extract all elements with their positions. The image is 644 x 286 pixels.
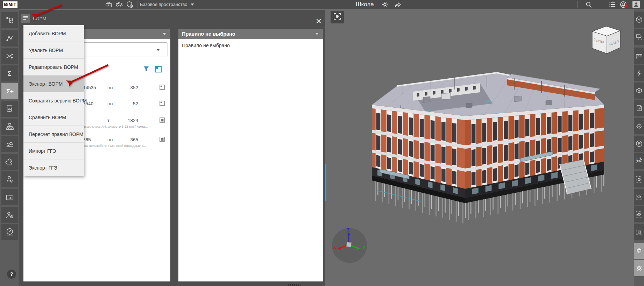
sidebar-item-sigma[interactable]: Σ [1, 65, 18, 81]
cube-solid-icon [635, 247, 643, 255]
menu-item-8[interactable]: Импорт ГГЭ [23, 143, 84, 159]
sidebar-item-visible[interactable] [634, 189, 644, 205]
sidebar-item-cube-solid[interactable] [634, 243, 644, 259]
row-count: 352 [121, 85, 138, 90]
svg-text:2D: 2D [8, 107, 12, 110]
svg-text:2: 2 [639, 157, 641, 159]
menu-item-4[interactable]: Экспорт ВОРМ [23, 76, 84, 92]
avatar[interactable] [632, 1, 640, 8]
filter-icon[interactable] [142, 65, 151, 71]
sidebar-item-user-check[interactable] [1, 171, 18, 187]
row-note: го каркаса железобетонных: свай площадью… [72, 144, 163, 148]
sidebar-item-hierarchy[interactable] [1, 12, 18, 28]
sidebar-item-ruler[interactable] [634, 48, 644, 64]
capture-frame-icon [333, 12, 342, 22]
rule-panel-placeholder: Правило не выбрано [182, 43, 230, 48]
sidebar-item-locate[interactable] [634, 118, 644, 134]
sidebar-item-nodes[interactable] [1, 30, 18, 47]
svg-text:1: 1 [636, 158, 637, 160]
chevron-down-icon[interactable] [191, 3, 194, 6]
ruler-icon [635, 52, 643, 59]
worm-menu-button[interactable] [21, 14, 30, 23]
share-icon[interactable] [394, 1, 402, 8]
folder-share-icon [5, 193, 14, 202]
row-unit: шт [107, 137, 113, 142]
row-marker-icon[interactable] [159, 84, 165, 91]
viewport-capture-button[interactable] [331, 11, 344, 23]
sidebar-item-flash[interactable] [634, 65, 644, 81]
rule-panel-header[interactable]: Правило не выбрано [178, 29, 323, 39]
user-check-icon [5, 175, 14, 184]
top-bar: BiMiT Базовое пространство Школа [0, 0, 644, 9]
region-select-icon[interactable] [154, 65, 163, 71]
sheet-icon [635, 104, 643, 112]
puzzle-icon [5, 157, 14, 166]
row-unit: т [107, 118, 109, 123]
row-marker-icon[interactable] [159, 136, 165, 143]
sidebar-item-folder-share[interactable] [1, 189, 18, 205]
sidebar-item-capture-object[interactable] [634, 29, 644, 45]
help-button[interactable]: ? [7, 270, 16, 279]
menu-item-2[interactable]: Удалить ВОРМ [23, 42, 84, 59]
sidebar-item-sigma-plus[interactable]: Σ+ [1, 83, 18, 99]
row-value: 365 [83, 137, 91, 142]
search-icon[interactable] [585, 1, 593, 8]
2d-icon: 2D [5, 104, 14, 113]
briefcase-icon[interactable] [105, 1, 113, 8]
sidebar-item-chart[interactable] [1, 136, 18, 152]
menu-item-1[interactable]: Добавить ВОРМ [23, 25, 84, 42]
sidebar-item-orbit[interactable] [634, 260, 644, 276]
sidebar-item-nature[interactable] [634, 12, 644, 28]
orbit-icon [635, 264, 643, 272]
menu-item-3[interactable]: Редактировать ВОРМ [23, 59, 84, 76]
user-pin-icon [5, 210, 14, 220]
menu-item-7[interactable]: Пересчет правил ВОРМ [23, 126, 84, 143]
gear-icon[interactable] [381, 1, 389, 8]
row-count: 52 [121, 101, 138, 106]
row-value: 14535 [83, 85, 96, 90]
menu-item-6[interactable]: Сравнить ВОРМ [23, 109, 84, 126]
sidebar-item-shuffle[interactable] [1, 48, 18, 64]
row-marker-icon[interactable] [159, 117, 165, 123]
sidebar-item-section-box[interactable] [634, 83, 644, 99]
viewport-3d[interactable] [325, 9, 634, 286]
sidebar-item-grid-axes[interactable]: 12 [634, 153, 644, 169]
team-icon[interactable] [115, 1, 123, 8]
shield-clock-icon[interactable] [126, 1, 134, 8]
row-unit: шт [107, 85, 113, 90]
sigma-icon: Σ [5, 69, 14, 78]
nav-cube[interactable]: Слева Сзади [592, 26, 620, 53]
sidebar-item-user-pin[interactable] [1, 207, 18, 223]
notification-badge [625, 4, 628, 7]
list-icon[interactable] [608, 1, 616, 8]
capture-object-icon [635, 33, 643, 41]
section-box-icon [635, 87, 643, 94]
sidebar-item-sheet[interactable] [634, 100, 644, 116]
workspace-selector[interactable]: Базовое пространство [140, 2, 187, 7]
rule-panel: Правило не выбрано Правило не выбрано [178, 29, 323, 281]
sidebar-item-flag[interactable] [634, 136, 644, 152]
sidebar-item-cube-dashed[interactable] [634, 171, 644, 187]
divider [577, 1, 578, 8]
sidebar-item-deselect[interactable] [634, 224, 644, 240]
row-unit: шт [107, 101, 113, 106]
scrollbar-thumb[interactable] [325, 164, 326, 201]
menu-item-5[interactable]: Сохранить версию ВОРМ [23, 92, 84, 109]
sidebar-item-org-chart[interactable] [1, 119, 18, 135]
sidebar-item-hidden[interactable] [634, 206, 644, 222]
row-marker-icon[interactable] [159, 100, 165, 107]
chart-icon [5, 140, 14, 149]
close-icon[interactable]: ✕ [315, 17, 323, 25]
sidebar-item-2d[interactable]: 2D [1, 101, 18, 117]
hierarchy-icon [5, 16, 14, 25]
sidebar-item-gauge[interactable] [1, 224, 18, 240]
shuffle-icon [5, 51, 14, 60]
menu-item-9[interactable]: Экспорт ГГЭ [23, 159, 84, 176]
worm-context-menu: Добавить ВОРМУдалить ВОРМРедактировать В… [23, 25, 84, 176]
hamburger-icon [22, 15, 29, 22]
flag-icon [635, 140, 643, 148]
sidebar-item-puzzle[interactable] [1, 154, 18, 170]
cube-dashed-icon [635, 176, 643, 183]
row-count: 365 [121, 137, 138, 142]
gauge-icon [5, 227, 14, 236]
